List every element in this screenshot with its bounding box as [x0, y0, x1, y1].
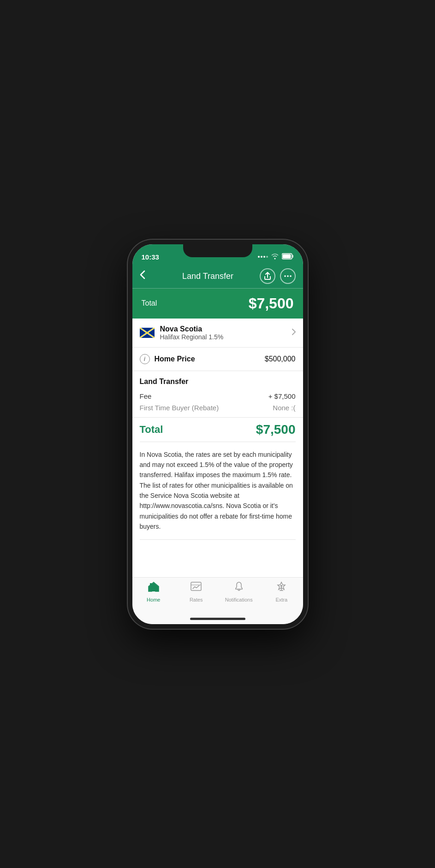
rebate-value: None :(: [273, 404, 295, 412]
dot1: [258, 256, 260, 258]
province-subtitle: Halifax Regional 1.5%: [160, 333, 292, 341]
nav-title: Land Transfer: [156, 272, 260, 281]
dot4: [266, 256, 268, 258]
nav-bar: Land Transfer: [132, 265, 303, 289]
fee-row: Fee + $7,500: [140, 390, 296, 402]
total-banner-amount: $7,500: [249, 295, 294, 312]
home-tab-icon: [148, 581, 160, 595]
home-price-row[interactable]: i Home Price $500,000: [132, 348, 303, 371]
nova-scotia-flag: [140, 328, 155, 338]
land-transfer-section: Land Transfer Fee + $7,500 First Time Bu…: [132, 371, 303, 413]
total-section-label: Total: [140, 424, 163, 436]
home-tab-label: Home: [147, 597, 160, 602]
tab-extra[interactable]: Extra: [260, 581, 303, 602]
bottom-divider: [140, 539, 296, 540]
content-area: Nova Scotia Halifax Regional 1.5% i Home…: [132, 319, 303, 577]
info-icon: i: [140, 354, 150, 364]
status-icons: [258, 253, 294, 261]
rates-tab-icon: [190, 581, 202, 595]
notch: [183, 244, 252, 257]
tab-bar: Home Rates Notifications: [132, 577, 303, 614]
svg-point-3: [284, 275, 286, 277]
province-info: Nova Scotia Halifax Regional 1.5%: [160, 325, 292, 341]
svg-rect-14: [191, 582, 201, 590]
description-text: In Nova Scotia, the rates are set by eac…: [132, 442, 303, 539]
svg-rect-2: [282, 254, 291, 258]
rebate-row: First Time Buyer (Rebate) None :(: [140, 402, 296, 413]
rebate-label: First Time Buyer (Rebate): [140, 404, 219, 412]
svg-rect-1: [292, 255, 293, 258]
total-section-value: $7,500: [256, 422, 296, 437]
tab-home[interactable]: Home: [132, 581, 175, 602]
total-banner-label: Total: [142, 299, 157, 307]
battery-icon: [282, 253, 294, 261]
dot3: [263, 256, 265, 258]
notifications-tab-label: Notifications: [225, 597, 253, 602]
status-time: 10:33: [142, 253, 159, 261]
tab-notifications[interactable]: Notifications: [218, 581, 261, 602]
signal-dots: [258, 256, 268, 258]
home-price-value: $500,000: [265, 355, 296, 363]
extra-tab-icon: [276, 581, 287, 595]
home-indicator: [132, 614, 303, 624]
extra-tab-label: Extra: [275, 597, 287, 602]
rates-tab-label: Rates: [190, 597, 203, 602]
dot2: [261, 256, 262, 258]
more-button[interactable]: [280, 268, 296, 284]
share-button[interactable]: [260, 268, 275, 284]
home-price-label: Home Price: [155, 355, 265, 363]
chevron-right-icon: [292, 328, 296, 337]
svg-point-4: [287, 275, 289, 277]
svg-point-16: [280, 585, 282, 587]
notifications-tab-icon: [233, 581, 244, 595]
total-section-row: Total $7,500: [132, 417, 303, 442]
nav-actions: [260, 268, 296, 284]
tab-rates[interactable]: Rates: [175, 581, 218, 602]
wifi-icon: [271, 253, 279, 261]
land-transfer-title: Land Transfer: [140, 378, 296, 386]
fee-label: Fee: [140, 392, 152, 400]
svg-rect-11: [152, 589, 155, 591]
fee-value: + $7,500: [268, 392, 296, 400]
svg-point-5: [290, 275, 292, 277]
province-row[interactable]: Nova Scotia Halifax Regional 1.5%: [132, 319, 303, 348]
home-bar: [190, 618, 245, 620]
total-banner: Total $7,500: [132, 289, 303, 319]
back-button[interactable]: [140, 270, 156, 282]
phone-frame: 10:33: [128, 240, 308, 629]
svg-rect-13: [150, 583, 152, 585]
province-name: Nova Scotia: [160, 325, 292, 333]
